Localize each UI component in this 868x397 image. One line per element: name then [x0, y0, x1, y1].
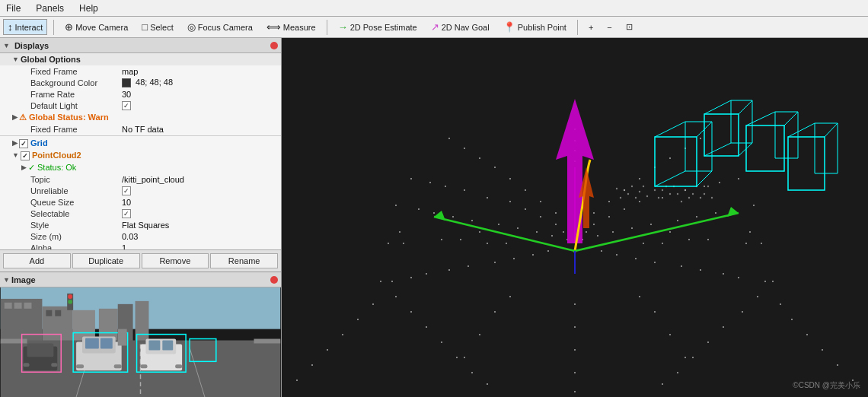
- toolbar-zoom-fit-button[interactable]: ⊡: [621, 20, 637, 34]
- svg-point-166: [806, 334, 808, 335]
- svg-point-119: [479, 157, 480, 159]
- svg-rect-16: [1, 339, 27, 344]
- toolbar-nav-goal-button[interactable]: ↗ 2D Nav Goal: [426, 19, 494, 35]
- svg-point-202: [681, 201, 682, 202]
- toolbar-zoom-out-button[interactable]: −: [602, 21, 616, 34]
- svg-point-78: [650, 224, 652, 225]
- duplicate-button[interactable]: Duplicate: [72, 253, 140, 268]
- frame-rate-row[interactable]: Frame Rate 30: [0, 88, 281, 100]
- toolbar-measure-label: Measure: [283, 23, 316, 32]
- global-status-label: Global Status: Warn: [29, 113, 278, 122]
- grid-label: Grid: [30, 138, 278, 148]
- toolbar-pose-estimate-button[interactable]: → 2D Pose Estimate: [333, 19, 422, 35]
- pointcloud2-status-item[interactable]: ▶ ✓ Status: Ok: [0, 161, 281, 173]
- topic-row[interactable]: Topic /kitti_point_cloud: [0, 173, 281, 185]
- unreliable-row[interactable]: Unreliable ✓: [0, 185, 281, 196]
- unreliable-checkbox[interactable]: ✓: [122, 186, 131, 195]
- svg-point-92: [681, 265, 682, 267]
- queue-size-row[interactable]: Queue Size 10: [0, 196, 281, 208]
- pointcloud2-item[interactable]: ▼ ✓ PointCloud2: [0, 149, 281, 161]
- svg-point-87: [662, 243, 663, 244]
- left-panel: ▼ Displays ▼ Global Options Fixed Frame …: [0, 38, 282, 397]
- image-collapse-arrow[interactable]: ▼: [3, 276, 10, 284]
- svg-point-136: [764, 281, 766, 282]
- toolbar-interact-button[interactable]: ↕ Interact: [3, 19, 47, 35]
- pointcloud2-status-arrow[interactable]: ▶: [21, 164, 27, 171]
- svg-point-159: [487, 383, 488, 385]
- svg-point-142: [700, 138, 701, 139]
- fixed-frame-row[interactable]: Fixed Frame map: [0, 65, 281, 77]
- pointcloud2-arrow[interactable]: ▼: [12, 151, 19, 159]
- bg-color-swatch[interactable]: [122, 78, 131, 87]
- remove-button[interactable]: Remove: [142, 253, 209, 268]
- svg-point-145: [380, 281, 381, 282]
- displays-tree[interactable]: ▼ Global Options Fixed Frame map Backgro…: [0, 53, 281, 249]
- svg-point-103: [700, 269, 701, 271]
- grid-checkbox-icon[interactable]: ✓: [19, 138, 28, 148]
- toolbar-move-camera-button[interactable]: ⊕ Move Camera: [60, 19, 132, 35]
- size-row[interactable]: Size (m) 0.03: [0, 230, 281, 242]
- svg-point-191: [639, 191, 640, 192]
- image-close-button[interactable]: [270, 276, 278, 284]
- publish-point-icon: 📍: [503, 21, 515, 33]
- toolbar-sep-1: [53, 20, 54, 35]
- displays-close-button[interactable]: [270, 42, 278, 49]
- toolbar-zoom-in-button[interactable]: +: [584, 21, 598, 34]
- svg-point-58: [612, 231, 614, 233]
- svg-point-100: [688, 239, 690, 240]
- menu-file[interactable]: File: [3, 2, 24, 15]
- toolbar-focus-camera-button[interactable]: ◎ Focus Camera: [183, 19, 257, 35]
- selectable-row[interactable]: Selectable ✓: [0, 208, 281, 219]
- add-button[interactable]: Add: [3, 253, 71, 268]
- topic-prop-name: Topic: [30, 175, 122, 184]
- pointcloud2-checkbox-icon[interactable]: ✓: [21, 151, 30, 160]
- svg-point-195: [654, 189, 656, 191]
- svg-point-88: [479, 231, 480, 233]
- menu-panels[interactable]: Panels: [33, 2, 67, 15]
- unreliable-prop-name: Unreliable: [30, 186, 122, 195]
- svg-rect-7: [55, 310, 61, 316]
- svg-point-196: [658, 197, 659, 198]
- grid-item[interactable]: ▶ ✓ Grid: [0, 137, 281, 149]
- svg-point-50: [551, 235, 553, 237]
- svg-point-180: [494, 311, 496, 313]
- svg-point-157: [471, 372, 473, 373]
- background-color-row[interactable]: Background Color 48; 48; 48: [0, 77, 281, 88]
- global-options-item[interactable]: ▼ Global Options: [0, 53, 281, 65]
- queue-size-prop-value: 10: [122, 198, 131, 207]
- default-light-checkbox[interactable]: ✓: [122, 101, 131, 110]
- svg-point-167: [327, 349, 328, 351]
- toolbar-publish-point-button[interactable]: 📍 Publish Point: [499, 19, 571, 35]
- unreliable-prop-value: ✓: [122, 186, 131, 195]
- svg-point-110: [441, 239, 442, 240]
- displays-collapse-arrow[interactable]: ▼: [3, 42, 10, 49]
- svg-point-203: [685, 189, 686, 191]
- toolbar-select-button[interactable]: □ Select: [137, 19, 177, 35]
- toolbar-measure-button[interactable]: ⟺ Measure: [262, 19, 321, 35]
- style-row[interactable]: Style Flat Squares: [0, 219, 281, 230]
- svg-point-68: [635, 258, 637, 259]
- svg-point-164: [791, 319, 793, 320]
- menu-help[interactable]: Help: [76, 2, 101, 15]
- toolbar-nav-goal-label: 2D Nav Goal: [442, 23, 490, 32]
- global-status-item[interactable]: ▶ ⚠ Global Status: Warn: [0, 111, 281, 123]
- svg-point-121: [418, 208, 420, 210]
- svg-point-150: [742, 311, 743, 313]
- right-panel-3d[interactable]: ©CSDN @完美小乐: [282, 38, 868, 397]
- global-options-arrow[interactable]: ▼: [12, 56, 19, 63]
- rename-button[interactable]: Rename: [210, 253, 278, 268]
- fixed-frame-status-row[interactable]: Fixed Frame No TF data: [0, 123, 281, 135]
- selectable-checkbox[interactable]: ✓: [122, 209, 131, 218]
- svg-point-192: [620, 197, 621, 198]
- alpha-row[interactable]: Alpha 1: [0, 242, 281, 249]
- default-light-row[interactable]: Default Light ✓: [0, 100, 281, 111]
- global-status-arrow[interactable]: ▶: [12, 113, 18, 121]
- svg-point-65: [593, 212, 595, 214]
- grid-arrow[interactable]: ▶: [12, 139, 18, 147]
- svg-point-134: [395, 205, 397, 206]
- svg-point-153: [441, 341, 442, 343]
- svg-point-137: [391, 281, 393, 282]
- pointcloud2-status-label: Status: Ok: [37, 163, 278, 172]
- zoom-out-icon: −: [607, 23, 611, 32]
- svg-point-170: [837, 364, 838, 366]
